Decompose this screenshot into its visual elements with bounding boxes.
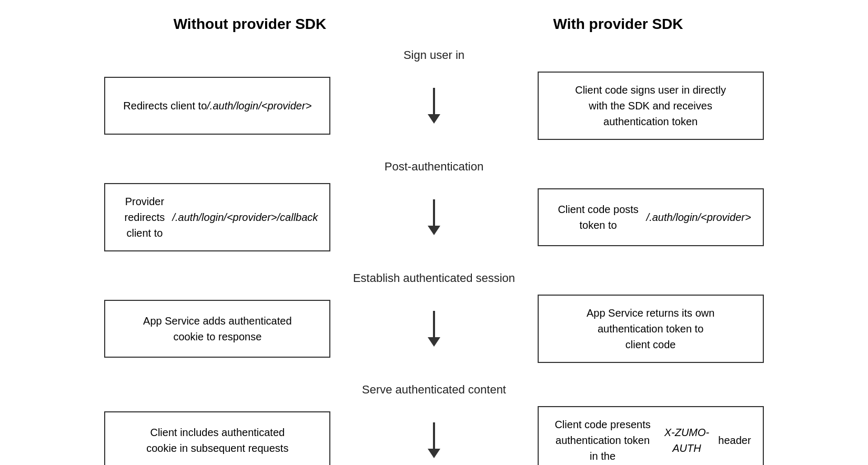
arrow-1 [408,88,460,124]
section-label-4: Serve authenticated content [362,383,506,397]
diagram: Without provider SDK With provider SDK S… [66,16,802,465]
arrow-down-1 [428,88,440,124]
row-3: App Service adds authenticatedcookie to … [66,295,802,363]
arrow-3 [408,311,460,347]
box-1-left: Redirects client to/.auth/login/<provide… [104,77,330,135]
arrow-head-4 [428,449,440,458]
section-label-1: Sign user in [403,48,465,62]
right-column-header: With provider SDK [452,16,784,33]
row-4: Client includes authenticatedcookie in s… [66,406,802,465]
section-label-3: Establish authenticated session [353,271,515,285]
left-column-header: Without provider SDK [84,16,416,33]
arrow-2 [408,199,460,235]
row-1: Redirects client to/.auth/login/<provide… [66,72,802,140]
arrow-down-3 [428,311,440,347]
section-label-2: Post-authentication [385,160,483,174]
box-4-right: Client code presentsauthentication token… [538,406,764,465]
box-1-right: Client code signs user in directlywith t… [538,72,764,140]
arrow-down-4 [428,422,440,458]
box-2-right: Client code posts token to/.auth/login/<… [538,188,764,246]
box-3-left: App Service adds authenticatedcookie to … [104,300,330,358]
arrow-shaft-4 [433,422,435,449]
arrow-4 [408,422,460,458]
arrow-head-1 [428,114,440,124]
arrow-down-2 [428,199,440,235]
arrow-shaft-3 [433,311,435,337]
arrow-head-2 [428,226,440,235]
box-3-right: App Service returns its ownauthenticatio… [538,295,764,363]
arrow-head-3 [428,337,440,347]
arrow-shaft-1 [433,88,435,114]
columns-header: Without provider SDK With provider SDK [66,16,802,33]
box-4-left: Client includes authenticatedcookie in s… [104,411,330,465]
arrow-shaft-2 [433,199,435,226]
row-2: Provider redirects client to/.auth/login… [66,183,802,251]
box-2-left: Provider redirects client to/.auth/login… [104,183,330,251]
